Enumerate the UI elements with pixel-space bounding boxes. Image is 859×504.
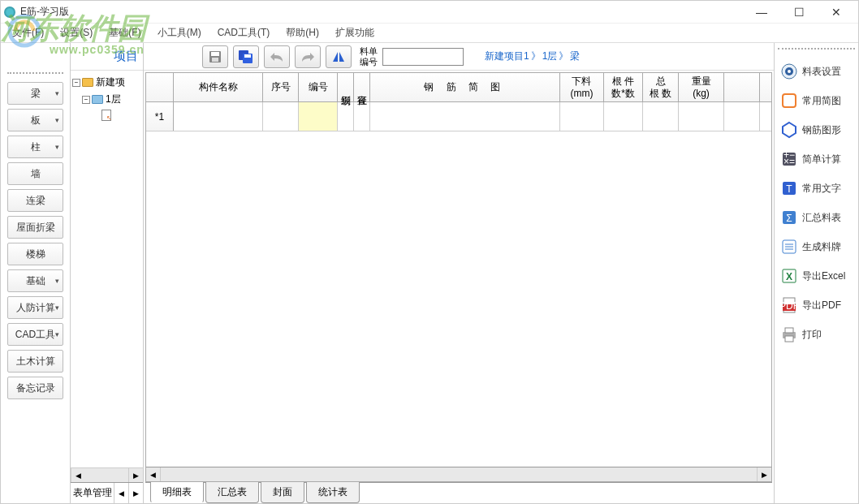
menubar: 文件(F) 设置(S) 基础(F) 小工具(M) CAD工具(T) 帮助(H) …: [1, 24, 858, 43]
action-label: 汇总料表: [802, 211, 841, 225]
tab-cover[interactable]: 封面: [261, 482, 304, 503]
action-hex[interactable]: 钢筋图形: [778, 118, 855, 142]
tree-node-doc[interactable]: [72, 108, 141, 123]
action-sigma[interactable]: Σ汇总料表: [778, 205, 855, 230]
save-multi-icon: [238, 50, 254, 64]
action-label: 常用简图: [802, 94, 841, 108]
menu-settings[interactable]: 设置(S): [52, 26, 101, 40]
save-as-button[interactable]: [233, 45, 259, 68]
grid-cell[interactable]: [604, 102, 643, 131]
grid-cell[interactable]: [724, 102, 760, 131]
menu-tools[interactable]: 小工具(M): [149, 26, 209, 40]
col-total[interactable]: 总 根 数: [643, 73, 679, 101]
tree-next-icon[interactable]: ▶: [128, 483, 143, 503]
breadcrumb-category[interactable]: 梁: [570, 50, 580, 63]
svg-text:Σ: Σ: [786, 213, 792, 224]
col-component[interactable]: 构件名称: [174, 73, 263, 101]
category-button-2[interactable]: 柱: [7, 136, 63, 158]
col-level[interactable]: 级别: [338, 73, 354, 101]
scroll-track[interactable]: [161, 467, 757, 481]
grid-cell[interactable]: [370, 102, 560, 131]
grid-cell-active[interactable]: [299, 102, 338, 131]
action-calc[interactable]: +−×=简单计算: [778, 147, 855, 171]
project-tree[interactable]: − 新建项 − 1层: [71, 71, 143, 467]
category-button-0[interactable]: 梁: [7, 82, 63, 105]
action-gear[interactable]: 料表设置: [778, 59, 855, 84]
undo-button[interactable]: [264, 45, 290, 68]
col-rootpiece[interactable]: 根 件 数*数: [604, 73, 643, 101]
svg-rect-6: [244, 54, 251, 58]
bill-number-input[interactable]: [382, 48, 464, 66]
tab-detail[interactable]: 明细表: [150, 482, 204, 503]
scroll-left-icon[interactable]: ◀: [146, 467, 161, 481]
grid-hscroll[interactable]: ◀ ▶: [146, 467, 771, 481]
category-button-11[interactable]: 备忘记录: [7, 377, 63, 399]
grid-cell[interactable]: [679, 102, 724, 131]
category-button-3[interactable]: 墙: [7, 162, 63, 185]
action-excel[interactable]: X导出Excel: [778, 264, 855, 288]
tab-stats[interactable]: 统计表: [306, 482, 360, 503]
tree-node-project[interactable]: − 新建项: [72, 74, 141, 91]
minimize-button[interactable]: —: [743, 1, 780, 24]
col-cut[interactable]: 下料 (mm): [560, 73, 604, 101]
scroll-left-icon[interactable]: ◀: [71, 468, 85, 482]
grid-cell[interactable]: [263, 102, 299, 131]
redo-button[interactable]: [295, 45, 321, 68]
action-doc-orange[interactable]: 常用简图: [778, 88, 855, 113]
scroll-right-icon[interactable]: ▶: [757, 467, 771, 481]
action-print[interactable]: 打印: [778, 322, 855, 347]
grid-body[interactable]: *1: [146, 102, 771, 467]
app-icon: [4, 6, 15, 18]
menu-file[interactable]: 文件(F): [4, 26, 52, 40]
col-number[interactable]: 编号: [299, 73, 338, 101]
action-list[interactable]: 生成料牌: [778, 235, 855, 259]
category-button-7[interactable]: 基础: [7, 269, 63, 292]
expand-icon[interactable]: −: [82, 96, 90, 104]
breadcrumb-project[interactable]: 新建项目1: [485, 50, 529, 63]
action-text[interactable]: T常用文字: [778, 176, 855, 200]
menu-ext[interactable]: 扩展功能: [327, 26, 382, 40]
col-weight[interactable]: 重量 (kg): [679, 73, 724, 101]
grid-cell[interactable]: [338, 102, 354, 131]
grid-cell[interactable]: [174, 102, 263, 131]
table-row[interactable]: *1: [146, 102, 771, 131]
col-rownum[interactable]: [146, 73, 174, 101]
close-button[interactable]: ✕: [818, 1, 855, 24]
breadcrumb-floor[interactable]: 1层: [542, 50, 558, 63]
window-title: E筋-学习版: [20, 5, 743, 19]
tree-footer-label[interactable]: 表单管理: [71, 486, 114, 500]
tree-footer: 表单管理 ◀ ▶: [71, 482, 143, 503]
breadcrumb: 新建项目1 》 1层 》 梁: [485, 50, 580, 63]
category-button-5[interactable]: 屋面折梁: [7, 216, 63, 239]
expand-icon[interactable]: −: [72, 79, 80, 87]
category-button-10[interactable]: 土木计算: [7, 350, 63, 373]
category-button-6[interactable]: 楼梯: [7, 243, 63, 265]
category-button-8[interactable]: 人防计算: [7, 296, 63, 319]
svg-text:×=: ×=: [783, 156, 795, 167]
category-button-1[interactable]: 板: [7, 109, 63, 131]
menu-basic[interactable]: 基础(F): [101, 26, 149, 40]
menu-cad[interactable]: CAD工具(T): [209, 26, 278, 40]
grid-cell[interactable]: [643, 102, 679, 131]
category-button-9[interactable]: CAD工具: [7, 323, 63, 346]
menu-help[interactable]: 帮助(H): [278, 26, 327, 40]
col-seq[interactable]: 序号: [263, 73, 299, 101]
tree-node-floor[interactable]: − 1层: [72, 91, 141, 108]
col-diagram[interactable]: 钢 筋 简 图: [370, 73, 560, 101]
maximize-button[interactable]: ☐: [780, 1, 818, 24]
action-pdf[interactable]: PDF导出PDF: [778, 293, 855, 317]
grid-cell[interactable]: [560, 102, 604, 131]
svg-point-9: [788, 70, 791, 73]
mirror-button[interactable]: [326, 45, 352, 68]
tree-hscroll[interactable]: ◀ ▶: [71, 467, 143, 482]
scroll-right-icon[interactable]: ▶: [128, 468, 143, 482]
scroll-track[interactable]: [85, 468, 128, 482]
col-extra[interactable]: [724, 73, 760, 101]
tab-summary[interactable]: 汇总表: [205, 482, 259, 503]
category-button-4[interactable]: 连梁: [7, 189, 63, 212]
row-number[interactable]: *1: [146, 102, 174, 131]
col-diameter[interactable]: 直径: [354, 73, 370, 101]
save-button[interactable]: [202, 45, 228, 68]
tree-prev-icon[interactable]: ◀: [114, 483, 128, 503]
grid-cell[interactable]: [354, 102, 370, 131]
